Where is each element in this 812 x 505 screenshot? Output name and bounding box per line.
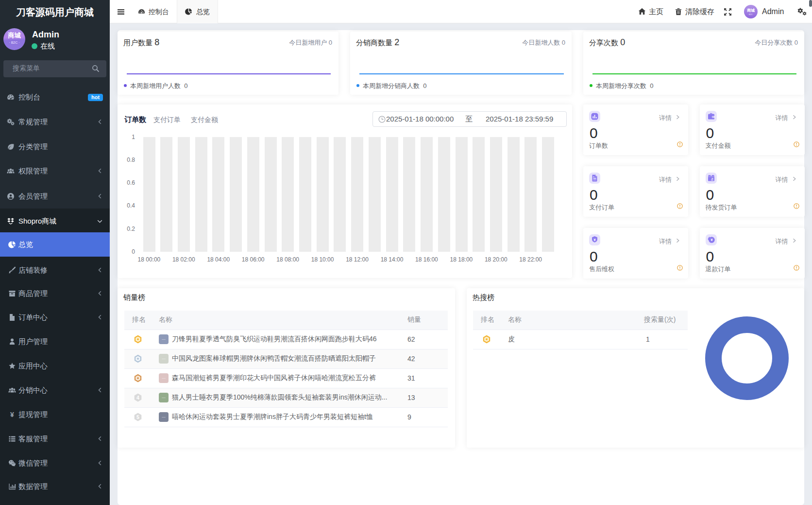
svg-text:¥: ¥ [10,411,14,418]
svg-text:¥: ¥ [710,238,713,242]
svg-text:4: 4 [136,395,139,401]
svg-text:5: 5 [136,414,139,420]
svg-text:¥: ¥ [593,238,596,242]
